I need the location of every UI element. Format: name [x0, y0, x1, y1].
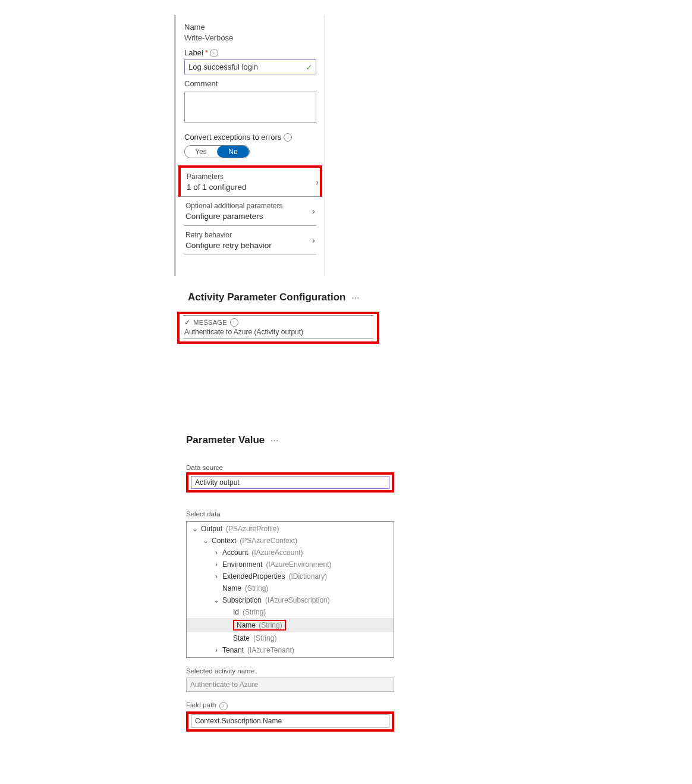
tree-row[interactable]: ›ExtendedProperties (IDictionary) — [187, 570, 394, 582]
check-icon: ✓ — [184, 318, 190, 327]
convert-exceptions-toggle[interactable]: Yes No — [184, 145, 250, 158]
activity-properties-panel: Name Write-Verbose Label * i ✓ Comment C… — [174, 15, 325, 276]
message-parameter-row[interactable]: ✓ MESSAGE i Authenticate to Azure (Activ… — [177, 312, 379, 344]
panel-heading: Parameter Value ··· — [186, 434, 394, 446]
info-icon[interactable]: i — [284, 133, 292, 142]
chevron-right-icon: › — [312, 236, 315, 245]
tree-node-name: Tenant — [222, 646, 244, 654]
tree-node-type: (PSAzureContext) — [240, 537, 297, 545]
chevron-right-icon[interactable]: › — [213, 646, 220, 654]
tree-node-name: Account — [222, 548, 248, 557]
comment-label: Comment — [184, 79, 316, 88]
tree-node-name: Name — [237, 621, 256, 629]
info-icon[interactable]: i — [230, 318, 238, 327]
tree-node-type: (IAzureEnvironment) — [266, 560, 331, 569]
tree-node-type: (IAzureSubscription) — [265, 596, 330, 604]
info-icon[interactable]: i — [219, 702, 228, 710]
selected-activity-label: Selected activity name — [186, 667, 254, 675]
info-icon[interactable]: i — [210, 49, 218, 57]
section-list: Parameters 1 of 1 configured › Optional … — [176, 165, 325, 255]
tree-row[interactable]: ›Tenant (IAzureTenant) — [187, 644, 394, 656]
section-title: Optional additional parameters — [185, 202, 315, 210]
convert-exceptions-label: Convert exceptions to errors — [184, 133, 281, 142]
tree-node-name: Name — [222, 584, 241, 592]
tree-node-name: Environment — [222, 560, 262, 569]
field-path-label: Field path — [186, 701, 216, 708]
tree-row[interactable]: ⌄Subscription (IAzureSubscription) — [187, 594, 394, 606]
panel-heading: Activity Parameter Configuration ··· — [188, 291, 379, 303]
tree-node-type: (String) — [243, 608, 266, 616]
tree-node-type: (IDictionary) — [288, 572, 327, 581]
chevron-right-icon: › — [316, 177, 319, 187]
chevron-right-icon[interactable]: › — [213, 548, 220, 557]
label-field-label: Label * i — [184, 48, 316, 57]
section-title: Parameters — [187, 173, 319, 181]
tree-node-type: (IAzureTenant) — [247, 646, 294, 654]
more-icon[interactable]: ··· — [270, 436, 279, 445]
tree-row[interactable]: Name (String) — [187, 618, 394, 632]
check-icon: ✓ — [306, 62, 313, 72]
activity-parameter-configuration-panel: Activity Parameter Configuration ··· ✓ M… — [177, 291, 379, 344]
required-indicator: * — [205, 48, 208, 57]
label-label-text: Label — [184, 48, 203, 57]
tree-row[interactable]: ›Environment (IAzureEnvironment) — [187, 559, 394, 570]
tree-row[interactable]: ⌄Output (PSAzureProfile) — [187, 523, 394, 535]
section-title: Retry behavior — [185, 231, 315, 239]
more-icon[interactable]: ··· — [351, 293, 360, 302]
message-param-name: MESSAGE — [193, 319, 227, 326]
toggle-yes[interactable]: Yes — [185, 146, 217, 158]
chevron-right-icon[interactable]: › — [213, 560, 220, 569]
label-input[interactable] — [184, 59, 316, 74]
select-data-label: Select data — [186, 510, 221, 518]
chevron-down-icon[interactable]: ⌄ — [191, 525, 199, 533]
tree-node-name: Subscription — [222, 596, 262, 604]
section-parameters[interactable]: Parameters 1 of 1 configured › — [178, 165, 322, 197]
tree-node-highlighted: Name (String) — [233, 620, 286, 631]
selected-activity-input — [186, 678, 394, 692]
tree-node-type: (String) — [257, 621, 282, 629]
name-value: Write-Verbose — [184, 33, 316, 42]
chevron-right-icon: › — [312, 206, 315, 216]
section-sub: Configure parameters — [185, 212, 315, 221]
heading-text: Parameter Value — [186, 434, 265, 446]
tree-node-type: (String) — [245, 584, 268, 592]
tree-node-name: Id — [233, 608, 239, 616]
field-path-input[interactable] — [191, 714, 389, 727]
data-source-select[interactable] — [191, 476, 389, 489]
section-sub: Configure retry behavior — [185, 241, 315, 250]
tree-row[interactable]: Name (String) — [187, 582, 394, 594]
message-param-value: Authenticate to Azure (Activity output) — [184, 328, 372, 336]
heading-text: Activity Parameter Configuration — [188, 291, 345, 303]
section-retry[interactable]: Retry behavior Configure retry behavior … — [184, 226, 316, 255]
tree-node-type: (IAzureAccount) — [251, 548, 303, 557]
tree-node-name: Output — [201, 525, 222, 533]
parameter-value-panel: Parameter Value ··· Data source Select d… — [186, 434, 394, 732]
comment-input[interactable] — [184, 92, 316, 123]
tree-row[interactable]: ›Account (IAzureAccount) — [187, 547, 394, 559]
data-source-label: Data source — [186, 464, 223, 471]
select-data-tree[interactable]: ⌄Output (PSAzureProfile)⌄Context (PSAzur… — [186, 521, 394, 658]
chevron-down-icon[interactable]: ⌄ — [202, 537, 209, 545]
tree-row[interactable]: ⌄Context (PSAzureContext) — [187, 535, 394, 547]
tree-node-name: ExtendedProperties — [222, 572, 285, 581]
tree-row[interactable]: Id (String) — [187, 606, 394, 618]
tree-node-type: (String) — [253, 634, 276, 642]
section-optional-params[interactable]: Optional additional parameters Configure… — [184, 197, 316, 226]
section-sub: 1 of 1 configured — [187, 183, 319, 192]
name-label: Name — [184, 23, 316, 32]
toggle-no[interactable]: No — [217, 146, 249, 158]
chevron-right-icon[interactable]: › — [213, 572, 220, 581]
tree-row[interactable]: State (String) — [187, 632, 394, 644]
tree-node-name: State — [233, 634, 250, 642]
tree-node-type: (PSAzureProfile) — [226, 525, 279, 533]
chevron-down-icon[interactable]: ⌄ — [213, 596, 220, 604]
tree-node-name: Context — [212, 537, 236, 545]
